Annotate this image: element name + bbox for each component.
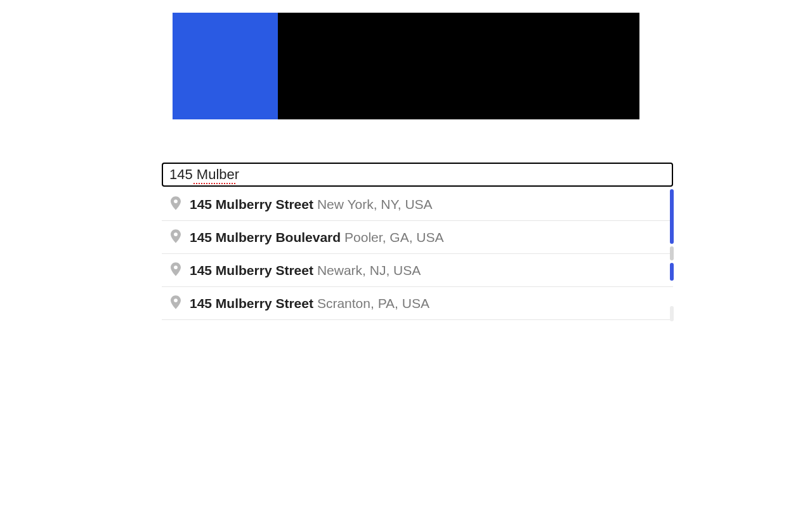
suggestion-main: 145 Mulberry Street xyxy=(190,296,313,311)
banner-arc xyxy=(268,0,407,137)
map-pin-icon xyxy=(169,196,182,213)
suggestion-secondary: Scranton, PA, USA xyxy=(317,296,429,311)
scrollbar-track-segment xyxy=(670,246,674,260)
autocomplete-dropdown: 145 Mulberry Street New York, NY, USA 14… xyxy=(162,188,673,320)
scrollbar-thumb[interactable] xyxy=(670,263,674,281)
autocomplete-item[interactable]: 145 Mulberry Street Newark, NJ, USA xyxy=(162,254,673,287)
suggestion-main: 145 Mulberry Boulevard xyxy=(190,230,341,245)
suggestion-secondary: New York, NY, USA xyxy=(317,197,433,212)
map-pin-icon xyxy=(169,262,182,279)
scrollbar-track-segment xyxy=(670,306,674,321)
address-search-input[interactable] xyxy=(162,163,673,187)
suggestion-main: 145 Mulberry Street xyxy=(190,197,313,212)
autocomplete-item[interactable]: 145 Mulberry Street Scranton, PA, USA xyxy=(162,287,673,320)
map-pin-icon xyxy=(169,229,182,246)
banner-blue-block xyxy=(173,13,278,119)
suggestion-secondary: Newark, NJ, USA xyxy=(317,263,421,278)
suggestion-main: 145 Mulberry Street xyxy=(190,263,313,278)
autocomplete-item[interactable]: 145 Mulberry Street New York, NY, USA xyxy=(162,188,673,221)
autocomplete-item[interactable]: 145 Mulberry Boulevard Pooler, GA, USA xyxy=(162,221,673,254)
map-pin-icon xyxy=(169,295,182,312)
dropdown-scrollbar[interactable] xyxy=(670,188,674,323)
suggestion-secondary: Pooler, GA, USA xyxy=(344,230,443,245)
header-banner xyxy=(173,13,639,119)
scrollbar-thumb[interactable] xyxy=(670,189,674,244)
